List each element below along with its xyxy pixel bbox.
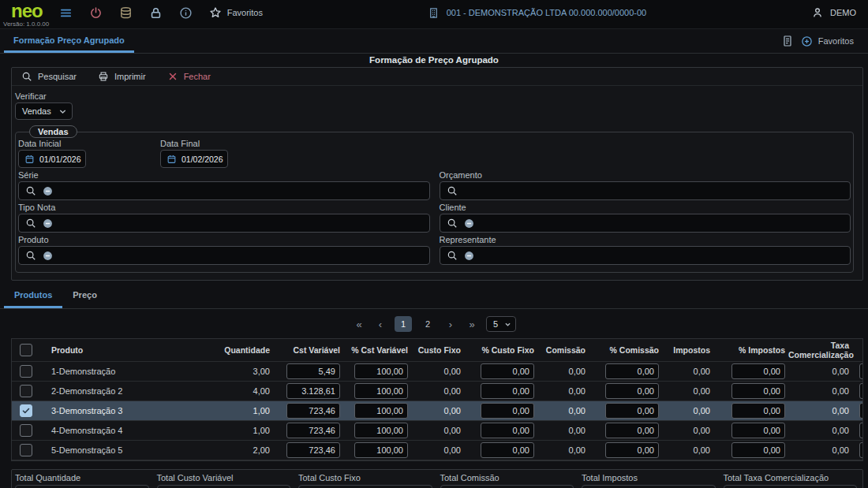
first-page-button[interactable]: « [352,319,366,330]
truncated-column-input[interactable] [859,363,863,379]
page-2-button[interactable]: 2 [419,316,436,332]
search-icon[interactable] [447,250,458,261]
pct-custo-fixo-input[interactable] [481,383,534,399]
pct-impostos-input[interactable] [731,423,785,438]
cliente-input[interactable] [440,214,851,233]
pct-cst-variavel-input[interactable] [354,383,408,399]
lock-button[interactable] [149,6,163,20]
pct-impostos-input[interactable] [731,383,785,399]
search-icon[interactable] [447,185,458,196]
date-start-label: Data Inicial [18,139,86,149]
select-all-checkbox[interactable] [20,344,32,356]
truncated-column-input[interactable] [859,403,863,419]
orcamento-input[interactable] [440,181,851,200]
user-menu-button[interactable]: DEMO [811,6,856,19]
tab-formacao-preco-agrupado[interactable]: Formação Preço Agrupado [4,29,134,53]
pct-custo-fixo-input[interactable] [481,363,534,379]
table-row[interactable]: 4-Demonstração 4 1,00 0,00 0,00 0,00 0,0… [12,420,863,440]
pct-comissao-input[interactable] [605,442,659,458]
date-end-input[interactable]: 01/02/2026 [160,150,228,168]
pct-cst-variavel-input[interactable] [354,442,408,458]
favorites-menu-button[interactable]: Favoritos [209,6,263,19]
pct-cst-variavel-input[interactable] [354,403,408,419]
pct-impostos-input[interactable] [731,442,785,458]
cst-variavel-input[interactable] [286,383,340,399]
truncated-column-input[interactable] [859,383,863,399]
tab-preco[interactable]: Preço [62,284,107,308]
pct-comissao-input[interactable] [605,383,659,399]
close-button[interactable]: Fechar [167,71,211,82]
total-taxa-comercializacao-input[interactable] [724,485,858,488]
representante-input[interactable] [440,246,851,265]
serie-label: Série [18,170,430,181]
cell-produto: 3-Demonstração 3 [40,400,223,420]
page-size-value: 5 [493,319,498,329]
minus-circle-icon[interactable] [43,218,53,229]
next-page-button[interactable]: › [443,319,458,330]
search-icon[interactable] [25,250,36,261]
notes-button[interactable] [781,35,794,47]
minus-circle-icon[interactable] [43,251,53,261]
cst-variavel-input[interactable] [286,363,340,379]
tipo-nota-input[interactable] [18,214,430,233]
pct-comissao-input[interactable] [605,423,659,438]
prev-page-button[interactable]: ‹ [373,319,387,330]
pct-cst-variavel-input[interactable] [354,363,408,379]
row-checkbox[interactable] [20,385,32,397]
tab-label: Formação Preço Agrupado [13,35,125,45]
row-checkbox-checked[interactable] [20,404,32,417]
total-quantidade-input[interactable] [15,485,149,488]
cst-variavel-input[interactable] [286,403,340,419]
add-to-favorites-button[interactable]: Favoritos [801,35,854,47]
table-row[interactable]: 5-Demonstração 5 2,00 0,00 0,00 0,00 0,0… [12,440,863,460]
print-button[interactable]: Imprimir [98,71,146,82]
truncated-column-input[interactable] [859,442,863,458]
pct-comissao-input[interactable] [605,363,659,379]
last-page-button[interactable]: » [465,319,479,330]
tab-produtos[interactable]: Produtos [4,284,62,308]
table-row-selected[interactable]: 3-Demonstração 3 1,00 0,00 0,00 0,00 0,0… [12,400,863,420]
table-row[interactable]: 1-Demonstração 3,00 0,00 0,00 0,00 0,00 [12,361,863,381]
page-size-select[interactable]: 5 [486,316,516,332]
truncated-column-input[interactable] [859,423,863,438]
page-1-button[interactable]: 1 [395,316,412,332]
cliente-label: Cliente [440,203,851,213]
table-row[interactable]: 2-Demonstração 2 4,00 0,00 0,00 0,00 0,0… [12,381,863,400]
pct-cst-variavel-input[interactable] [354,423,408,438]
database-button[interactable] [119,6,133,20]
minus-circle-icon[interactable] [43,186,53,196]
cell-comissao: 0,00 [537,381,589,400]
pct-comissao-input[interactable] [605,403,659,419]
total-custo-variavel-input[interactable] [157,485,291,488]
info-button[interactable] [179,6,193,20]
pct-custo-fixo-input[interactable] [481,403,534,419]
total-impostos-input[interactable] [582,485,716,488]
verify-select[interactable]: Vendas [15,102,73,120]
logout-button[interactable] [89,6,103,20]
company-selector[interactable]: 001 - DEMONSTRAÇÃO LTDA 00.000.000/0000-… [428,7,647,19]
pct-impostos-input[interactable] [731,363,785,379]
minus-circle-icon[interactable] [464,218,474,229]
total-comissao-input[interactable] [440,485,574,488]
search-icon[interactable] [447,218,458,229]
pct-custo-fixo-input[interactable] [481,423,534,438]
cell-impostos: 0,00 [662,400,714,420]
pct-custo-fixo-input[interactable] [481,442,534,458]
total-custo-fixo-input[interactable] [298,485,432,488]
cell-impostos: 0,00 [662,420,714,440]
menu-button[interactable] [59,6,73,20]
row-checkbox[interactable] [20,444,32,456]
search-button[interactable]: Pesquisar [21,71,77,82]
search-icon[interactable] [25,218,36,229]
header-custo-fixo: Custo Fixo [411,339,465,361]
produto-input[interactable] [18,246,430,265]
row-checkbox[interactable] [20,424,32,437]
serie-input[interactable] [18,181,430,200]
minus-circle-icon[interactable] [464,251,474,261]
row-checkbox[interactable] [20,365,32,378]
cst-variavel-input[interactable] [286,423,340,438]
date-start-input[interactable]: 01/01/2026 [18,150,86,168]
cst-variavel-input[interactable] [286,442,340,458]
pct-impostos-input[interactable] [731,403,785,419]
search-icon[interactable] [25,185,36,196]
